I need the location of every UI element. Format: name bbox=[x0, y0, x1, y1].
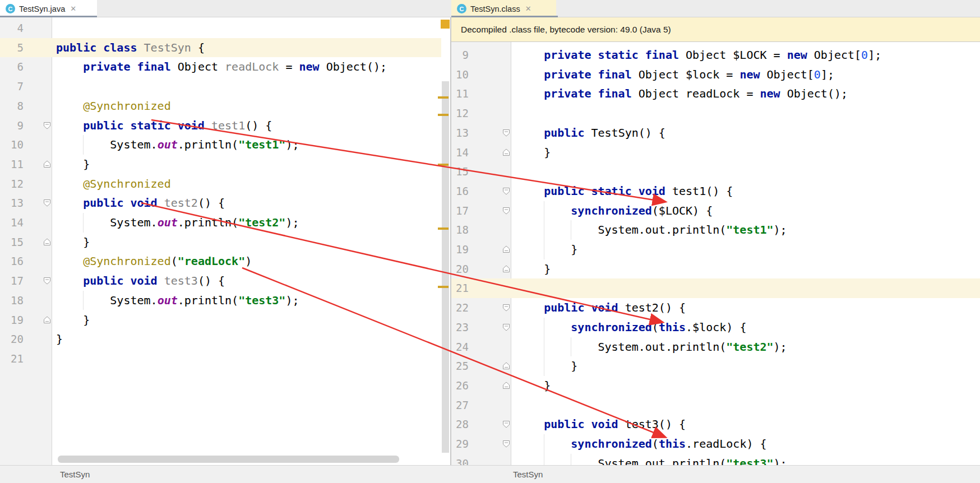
warning-stripe-mark[interactable] bbox=[438, 227, 449, 230]
code-row[interactable]: 15 } bbox=[0, 233, 450, 252]
code-row[interactable]: 5public class TestSyn { bbox=[0, 38, 450, 58]
code-row[interactable]: 30 System.out.println("test3"); bbox=[451, 454, 980, 465]
code-row[interactable]: 15 bbox=[451, 162, 980, 182]
fold-end-marker[interactable] bbox=[502, 265, 510, 273]
code-line[interactable]: } bbox=[517, 143, 551, 162]
fold-start-marker[interactable] bbox=[502, 187, 510, 195]
code-line[interactable]: public TestSyn() { bbox=[517, 123, 665, 143]
horizontal-scrollbar-thumb[interactable] bbox=[58, 456, 399, 463]
code-line[interactable]: } bbox=[517, 356, 577, 376]
code-line[interactable]: @Synchronized bbox=[56, 96, 171, 116]
code-line[interactable]: } bbox=[56, 329, 63, 349]
code-line[interactable]: synchronized(this.readLock) { bbox=[517, 434, 767, 454]
split-divider[interactable] bbox=[450, 17, 451, 483]
code-row[interactable]: 26 } bbox=[451, 376, 980, 396]
code-line[interactable]: synchronized(this.$lock) { bbox=[517, 318, 746, 337]
editor-right-decompiled[interactable]: 9 private static final Object $LOCK = ne… bbox=[451, 42, 980, 465]
code-row[interactable]: 16 public static void test1() { bbox=[451, 182, 980, 201]
code-line[interactable]: System.out.println("test3"); bbox=[517, 454, 787, 465]
code-row[interactable]: 7 bbox=[0, 77, 450, 96]
code-row[interactable]: 13 public TestSyn() { bbox=[451, 123, 980, 143]
code-line[interactable]: } bbox=[517, 240, 577, 259]
code-row[interactable]: 19 } bbox=[0, 310, 450, 330]
code-line[interactable]: } bbox=[56, 310, 90, 330]
code-row[interactable]: 29 synchronized(this.readLock) { bbox=[451, 434, 980, 454]
code-line[interactable]: @Synchronized("readLock") bbox=[56, 252, 252, 271]
warning-stripe-mark[interactable] bbox=[438, 286, 449, 288]
code-row[interactable]: 8 @Synchronized bbox=[0, 96, 450, 116]
code-row[interactable]: 28 public void test3() { bbox=[451, 415, 980, 434]
fold-end-marker[interactable] bbox=[502, 362, 510, 370]
code-row[interactable]: 4 bbox=[0, 18, 450, 38]
code-row[interactable]: 21 bbox=[0, 349, 450, 369]
code-row[interactable]: 12 bbox=[451, 104, 980, 123]
code-row[interactable]: 13 public void test2() { bbox=[0, 193, 450, 213]
code-line[interactable]: public void test2() { bbox=[517, 298, 686, 318]
code-row[interactable]: 27 bbox=[451, 396, 980, 415]
code-line[interactable]: private final Object $lock = new Object[… bbox=[517, 65, 834, 85]
code-line[interactable]: synchronized($LOCK) { bbox=[517, 201, 713, 221]
code-row[interactable]: 18 System.out.println("test3"); bbox=[0, 291, 450, 310]
code-line[interactable]: } bbox=[56, 233, 90, 252]
code-line[interactable]: System.out.println("test1"); bbox=[56, 135, 299, 155]
code-row[interactable]: 18 System.out.println("test1"); bbox=[451, 220, 980, 240]
fold-start-marker[interactable] bbox=[43, 277, 51, 285]
code-row[interactable]: 21 bbox=[451, 278, 980, 298]
fold-end-marker[interactable] bbox=[502, 245, 510, 253]
code-line[interactable]: System.out.println("test1"); bbox=[517, 220, 787, 240]
fold-start-marker[interactable] bbox=[502, 304, 510, 312]
code-row[interactable]: 17 public void test3() { bbox=[0, 271, 450, 291]
code-line[interactable]: public class TestSyn { bbox=[56, 38, 205, 58]
fold-start-marker[interactable] bbox=[502, 207, 510, 215]
code-line[interactable]: public void test3() { bbox=[56, 271, 225, 291]
breadcrumb-right-testsyn[interactable]: TestSyn bbox=[513, 466, 543, 483]
code-row[interactable]: 10 private final Object $lock = new Obje… bbox=[451, 65, 980, 85]
code-row[interactable]: 20} bbox=[0, 329, 450, 349]
code-line[interactable]: private final Object readLock = new Obje… bbox=[517, 84, 848, 104]
code-row[interactable]: 23 synchronized(this.$lock) { bbox=[451, 318, 980, 337]
code-row[interactable]: 17 synchronized($LOCK) { bbox=[451, 201, 980, 221]
warning-stripe-mark[interactable] bbox=[438, 114, 449, 116]
inspection-status-square[interactable] bbox=[441, 20, 450, 29]
fold-end-marker[interactable] bbox=[43, 238, 51, 246]
code-row[interactable]: 24 System.out.println("test2"); bbox=[451, 337, 980, 357]
code-line[interactable]: System.out.println("test2"); bbox=[56, 213, 299, 233]
fold-start-marker[interactable] bbox=[502, 323, 510, 331]
code-row[interactable]: 9 public static void test1() { bbox=[0, 116, 450, 136]
code-line[interactable]: } bbox=[517, 376, 551, 396]
tab-testsyn-class[interactable]: C TestSyn.class ✕ bbox=[451, 0, 556, 17]
fold-start-marker[interactable] bbox=[502, 129, 510, 137]
close-icon[interactable]: ✕ bbox=[525, 4, 531, 13]
code-row[interactable]: 9 private static final Object $LOCK = ne… bbox=[451, 45, 980, 65]
code-line[interactable]: public static void test1() { bbox=[56, 116, 272, 136]
code-line[interactable]: public void test2() { bbox=[56, 193, 225, 213]
code-line[interactable]: @Synchronized bbox=[56, 174, 171, 194]
fold-start-marker[interactable] bbox=[502, 440, 510, 448]
warning-stripe-mark[interactable] bbox=[438, 96, 449, 99]
fold-end-marker[interactable] bbox=[502, 148, 510, 156]
code-line[interactable]: System.out.println("test2"); bbox=[517, 337, 787, 357]
code-row[interactable]: 14 } bbox=[451, 143, 980, 162]
fold-start-marker[interactable] bbox=[43, 122, 51, 129]
code-row[interactable]: 12 @Synchronized bbox=[0, 174, 450, 194]
fold-start-marker[interactable] bbox=[43, 199, 51, 207]
breadcrumb-left-testsyn[interactable]: TestSyn bbox=[60, 466, 90, 483]
code-row[interactable]: 11 } bbox=[0, 155, 450, 174]
code-row[interactable]: 22 public void test2() { bbox=[451, 298, 980, 318]
fold-end-marker[interactable] bbox=[43, 316, 51, 324]
warning-stripe-mark[interactable] bbox=[438, 164, 449, 166]
code-line[interactable]: private static final Object $LOCK = new … bbox=[517, 45, 881, 65]
code-row[interactable]: 14 System.out.println("test2"); bbox=[0, 213, 450, 233]
fold-start-marker[interactable] bbox=[502, 420, 510, 428]
editor-left-java[interactable]: 45public class TestSyn {6 private final … bbox=[0, 17, 450, 465]
code-row[interactable]: 11 private final Object readLock = new O… bbox=[451, 84, 980, 104]
vertical-scrollbar-thumb[interactable] bbox=[442, 81, 449, 453]
fold-end-marker[interactable] bbox=[43, 160, 51, 168]
code-line[interactable]: } bbox=[517, 259, 551, 279]
code-line[interactable]: System.out.println("test3"); bbox=[56, 291, 299, 310]
code-row[interactable]: 16 @Synchronized("readLock") bbox=[0, 252, 450, 271]
code-line[interactable]: public static void test1() { bbox=[517, 182, 733, 201]
code-row[interactable]: 19 } bbox=[451, 240, 980, 259]
code-row[interactable]: 20 } bbox=[451, 259, 980, 279]
code-row[interactable]: 25 } bbox=[451, 356, 980, 376]
